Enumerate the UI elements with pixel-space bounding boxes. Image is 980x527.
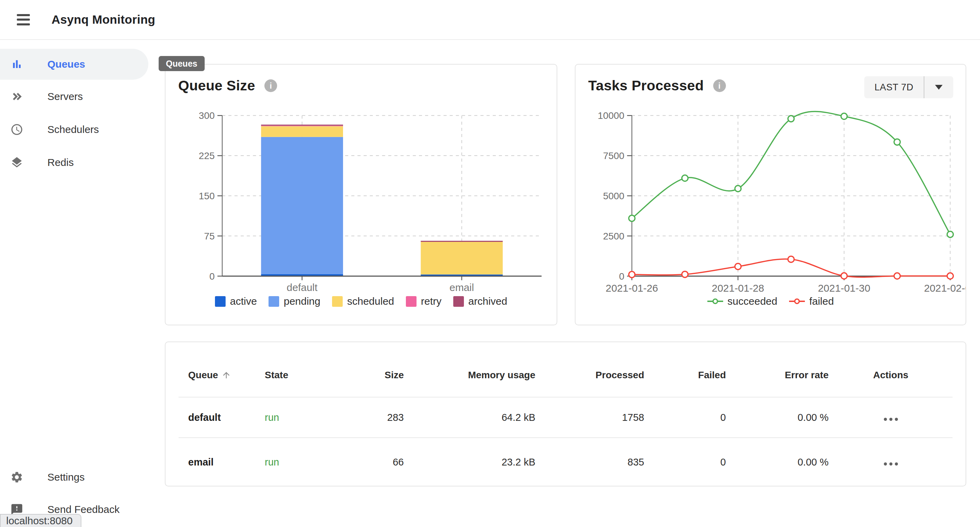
legend-item: active: [215, 295, 257, 307]
chevron-down-icon: [924, 76, 953, 98]
column-header-failed[interactable]: Failed: [644, 342, 726, 397]
table-row: email run 66 23.2 kB 835 0 0.00 %: [178, 438, 953, 486]
legend-item: archived: [453, 295, 507, 307]
legend-label: active: [230, 295, 257, 307]
queue-size-value: 283: [374, 397, 404, 438]
legend-swatch: [332, 296, 343, 307]
svg-text:2021-01-26: 2021-01-26: [606, 283, 658, 294]
tasks-processed-legend: succeededfailed: [576, 295, 966, 307]
svg-text:7500: 7500: [603, 150, 624, 161]
asynq-monitoring-app: Asynq Monitoring Queues Servers Schedule…: [0, 0, 980, 527]
svg-text:email: email: [449, 282, 474, 293]
legend-label: archived: [468, 295, 507, 307]
svg-text:2021-02-01: 2021-02-01: [924, 283, 966, 294]
queue-size-legend: activependingscheduledretryarchived: [165, 295, 557, 307]
sidebar-item-label: Queues: [48, 58, 85, 70]
queue-size-title: Queue Size: [178, 78, 255, 94]
queue-state: run: [265, 412, 279, 423]
sidebar-item-redis[interactable]: Redis: [0, 147, 148, 178]
sidebar-item-label: Schedulers: [48, 124, 99, 135]
gear-icon: [10, 471, 23, 484]
queues-tooltip: Queues: [159, 56, 205, 71]
svg-text:10000: 10000: [598, 110, 624, 121]
double-chevron-right-icon: [10, 90, 23, 103]
svg-text:225: 225: [199, 150, 215, 161]
queue-size-card: Queue Size 075150225300defaultemail acti…: [165, 64, 557, 325]
legend-label: failed: [809, 295, 834, 307]
svg-text:75: 75: [204, 231, 215, 242]
legend-swatch: [406, 296, 417, 307]
legend-label: scheduled: [347, 295, 394, 307]
info-icon[interactable]: [713, 80, 726, 92]
tasks-processed-card: Tasks Processed LAST 7D 0250050007500100…: [575, 64, 966, 325]
table-row: default run 283 64.2 kB 1758 0 0.00 %: [178, 397, 953, 438]
column-header-memory-usage[interactable]: Memory usage: [404, 342, 536, 397]
column-header-state[interactable]: State: [264, 342, 374, 397]
menu-icon[interactable]: [17, 14, 30, 25]
failed-value: 0: [644, 397, 726, 438]
column-header-size[interactable]: Size: [374, 342, 404, 397]
queue-size-chart: 075150225300defaultemail: [165, 65, 557, 325]
legend-swatch: [453, 296, 464, 307]
legend-item: retry: [406, 295, 442, 307]
queues-table-card: Queue State Size Memory usage Processed …: [165, 341, 966, 486]
legend-line-marker-icon: [707, 298, 723, 304]
sidebar-item-label: Send Feedback: [48, 504, 119, 515]
svg-text:150: 150: [199, 191, 215, 201]
queue-link-email[interactable]: email: [188, 457, 213, 468]
legend-label: succeeded: [728, 295, 777, 307]
sidebar-item-schedulers[interactable]: Schedulers: [0, 114, 148, 145]
time-range-dropdown[interactable]: LAST 7D: [864, 76, 953, 98]
svg-text:0: 0: [619, 271, 625, 282]
sidebar-item-label: Settings: [48, 471, 84, 483]
legend-swatch: [215, 296, 226, 307]
more-actions-button[interactable]: [884, 418, 898, 421]
queue-state: run: [265, 457, 279, 468]
clock-icon: [10, 123, 23, 136]
column-header-queue[interactable]: Queue: [178, 342, 264, 397]
info-icon[interactable]: [264, 80, 277, 92]
queues-table: Queue State Size Memory usage Processed …: [178, 342, 953, 486]
layers-icon: [10, 156, 23, 169]
svg-text:2500: 2500: [603, 231, 624, 242]
column-header-actions: Actions: [829, 342, 953, 397]
error-rate-value: 0.00 %: [726, 397, 829, 438]
tasks-processed-chart: 0250050007500100002021-01-262021-01-2820…: [576, 65, 966, 325]
tasks-processed-title: Tasks Processed: [588, 78, 704, 94]
processed-value: 1758: [536, 397, 644, 438]
column-header-error-rate[interactable]: Error rate: [726, 342, 829, 397]
sidebar-item-queues[interactable]: Queues: [0, 49, 148, 80]
queue-link-default[interactable]: default: [188, 412, 221, 423]
bar-chart-icon: [10, 58, 23, 71]
column-header-processed[interactable]: Processed: [536, 342, 644, 397]
svg-text:2021-01-30: 2021-01-30: [818, 283, 870, 294]
failed-value: 0: [644, 438, 726, 486]
legend-label: pending: [284, 295, 320, 307]
legend-item: failed: [789, 295, 834, 307]
legend-item: pending: [269, 295, 320, 307]
legend-label: retry: [421, 295, 442, 307]
sidebar-item-label: Servers: [48, 91, 83, 102]
legend-item: succeeded: [707, 295, 777, 307]
top-app-bar: Asynq Monitoring: [0, 0, 980, 40]
table-header-row: Queue State Size Memory usage Processed …: [178, 342, 953, 397]
sidebar-item-servers[interactable]: Servers: [0, 81, 148, 112]
svg-text:default: default: [287, 282, 318, 293]
memory-usage-value: 64.2 kB: [404, 397, 536, 438]
app-title: Asynq Monitoring: [51, 13, 155, 27]
memory-usage-value: 23.2 kB: [404, 438, 536, 486]
error-rate-value: 0.00 %: [726, 438, 829, 486]
legend-line-marker-icon: [789, 298, 805, 304]
legend-swatch: [269, 296, 279, 307]
legend-item: scheduled: [332, 295, 394, 307]
sort-ascending-icon: [221, 370, 231, 380]
queue-size-value: 66: [374, 438, 404, 486]
sidebar-item-label: Redis: [48, 157, 74, 168]
svg-text:5000: 5000: [603, 191, 624, 201]
sidebar-item-settings[interactable]: Settings: [0, 462, 148, 493]
svg-text:300: 300: [199, 110, 215, 121]
svg-text:2021-01-28: 2021-01-28: [712, 283, 764, 294]
processed-value: 835: [536, 438, 644, 486]
svg-text:0: 0: [210, 271, 215, 282]
more-actions-button[interactable]: [884, 462, 898, 465]
